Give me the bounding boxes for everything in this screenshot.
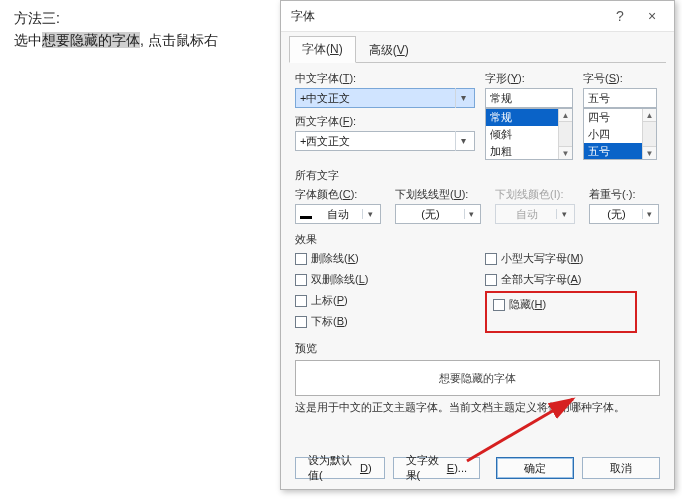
underline-style-caret-icon: ▾ (464, 209, 477, 219)
style-scroll-up-icon[interactable]: ▲ (559, 109, 572, 122)
ul-style-label-key: U (454, 188, 462, 200)
cn-font-value: +中文正文 (300, 88, 451, 108)
strike-post: ) (355, 252, 359, 264)
tab-strip: 字体(N) 高级(V) (281, 32, 674, 62)
style-scroll-down-icon[interactable]: ▼ (559, 146, 572, 159)
double-strike-checkbox[interactable]: 双删除线(L) (295, 272, 485, 287)
cn-font-label-pre: 中文字体( (295, 72, 343, 84)
sub-box-icon (295, 316, 307, 328)
style-scrollbar[interactable]: ▲ ▼ (558, 109, 572, 159)
emphasis-combo[interactable]: (无) ▾ (589, 204, 659, 224)
font-color-label-key: C (343, 188, 351, 200)
tab-font-key: N (330, 42, 339, 56)
underline-style-value: (无) (399, 207, 462, 222)
style-input[interactable]: 常规 (485, 88, 573, 108)
tab-adv-post: ) (405, 43, 409, 57)
dstrike-label: 双删除线(L) (311, 272, 368, 287)
font-color-swatch-icon (299, 208, 313, 220)
sub-post: ) (344, 315, 348, 327)
hidden-highlight-box: 隐藏(H) (485, 291, 637, 333)
strike-checkbox[interactable]: 删除线(K) (295, 251, 485, 266)
tab-font-pre: 字体( (302, 42, 330, 56)
wn-font-label: 西文字体(F): (295, 114, 475, 129)
textfx-key: E (447, 462, 454, 474)
ul-style-label-pre: 下划线线型( (395, 188, 454, 200)
allcaps-box-icon (485, 274, 497, 286)
size-scroll-up-icon[interactable]: ▲ (643, 109, 656, 122)
smallcaps-checkbox[interactable]: 小型大写字母(M) (485, 251, 660, 266)
superscript-checkbox[interactable]: 上标(P) (295, 293, 485, 308)
textfx-pre: 文字效果( (406, 453, 447, 483)
hidden-checkbox[interactable]: 隐藏(H) (493, 297, 546, 312)
sub-pre: 下标( (311, 315, 337, 327)
hidden-box-icon (493, 299, 505, 311)
size-label: 字号(S): (583, 71, 657, 86)
dstrike-post: ) (365, 273, 369, 285)
default-post: ) (368, 462, 372, 474)
tab-font[interactable]: 字体(N) (289, 36, 356, 63)
close-button[interactable]: × (636, 4, 668, 28)
font-dialog: 字体 ? × 字体(N) 高级(V) 中文字体(T): +中文正文 (280, 0, 675, 490)
wn-font-caret-icon: ▾ (455, 131, 470, 151)
size-listbox[interactable]: 四号 小四 五号 ▲ ▼ (583, 108, 657, 160)
underline-style-combo[interactable]: (无) ▾ (395, 204, 481, 224)
titlebar: 字体 ? × (281, 1, 674, 32)
size-input[interactable]: 五号 (583, 88, 657, 108)
underline-color-value: 自动 (499, 207, 554, 222)
smallcaps-pre: 小型大写字母( (501, 252, 571, 264)
preview-title: 预览 (295, 341, 660, 356)
font-color-combo[interactable]: 自动 ▾ (295, 204, 381, 224)
tab-advanced[interactable]: 高级(V) (356, 37, 422, 63)
doc-line2-selection: 想要隐藏的字体 (42, 32, 140, 48)
font-color-caret-icon: ▾ (362, 209, 377, 219)
help-button[interactable]: ? (604, 4, 636, 28)
size-scroll-down-icon[interactable]: ▼ (643, 146, 656, 159)
sup-box-icon (295, 295, 307, 307)
cn-font-label-post: ): (349, 72, 356, 84)
dialog-button-row: 设为默认值(D) 文字效果(E)... 确定 取消 (295, 457, 660, 479)
underline-color-combo: 自动 ▾ (495, 204, 575, 224)
hidden-pre: 隐藏( (509, 298, 535, 310)
text-effects-button[interactable]: 文字效果(E)... (393, 457, 480, 479)
size-label-post: ): (616, 72, 623, 84)
sup-pre: 上标( (311, 294, 337, 306)
smallcaps-key: M (570, 252, 579, 264)
strike-label: 删除线(K) (311, 251, 359, 266)
cancel-button[interactable]: 取消 (582, 457, 660, 479)
preview-text: 想要隐藏的字体 (439, 371, 516, 386)
doc-line2-pre: 选中 (14, 32, 42, 48)
allcaps-label: 全部大写字母(A) (501, 272, 582, 287)
wn-font-combo[interactable]: +西文正文 ▾ (295, 131, 475, 151)
ok-button[interactable]: 确定 (496, 457, 574, 479)
default-key: D (360, 462, 368, 474)
allcaps-post: ) (578, 273, 582, 285)
size-scrollbar[interactable]: ▲ ▼ (642, 109, 656, 159)
font-color-label: 字体颜色(C): (295, 187, 381, 202)
all-text-title: 所有文字 (295, 168, 660, 183)
dstrike-box-icon (295, 274, 307, 286)
underline-color-caret-icon: ▾ (556, 209, 571, 219)
cancel-label: 取消 (610, 461, 632, 476)
theme-font-hint: 这是用于中文的正文主题字体。当前文档主题定义将使用哪种字体。 (295, 400, 660, 415)
cn-font-caret-icon: ▾ (455, 88, 470, 108)
smallcaps-box-icon (485, 253, 497, 265)
font-color-value: 自动 (315, 207, 360, 222)
default-pre: 设为默认值( (308, 453, 360, 483)
allcaps-checkbox[interactable]: 全部大写字母(A) (485, 272, 660, 287)
dstrike-pre: 双删除线( (311, 273, 359, 285)
sup-key: P (337, 294, 344, 306)
cn-font-combo[interactable]: +中文正文 ▾ (295, 88, 475, 108)
smallcaps-label: 小型大写字母(M) (501, 251, 584, 266)
emphasis-caret-icon: ▾ (642, 209, 655, 219)
ok-label: 确定 (524, 461, 546, 476)
subscript-checkbox[interactable]: 下标(B) (295, 314, 485, 329)
textfx-post: )... (454, 462, 467, 474)
strike-pre: 删除线( (311, 252, 348, 264)
size-label-pre: 字号( (583, 72, 609, 84)
allcaps-key: A (570, 273, 577, 285)
set-default-button[interactable]: 设为默认值(D) (295, 457, 385, 479)
wn-font-value: +西文正文 (300, 131, 451, 151)
underline-style-label: 下划线线型(U): (395, 187, 481, 202)
strike-key: K (348, 252, 355, 264)
style-listbox[interactable]: 常规 倾斜 加粗 ▲ ▼ (485, 108, 573, 160)
